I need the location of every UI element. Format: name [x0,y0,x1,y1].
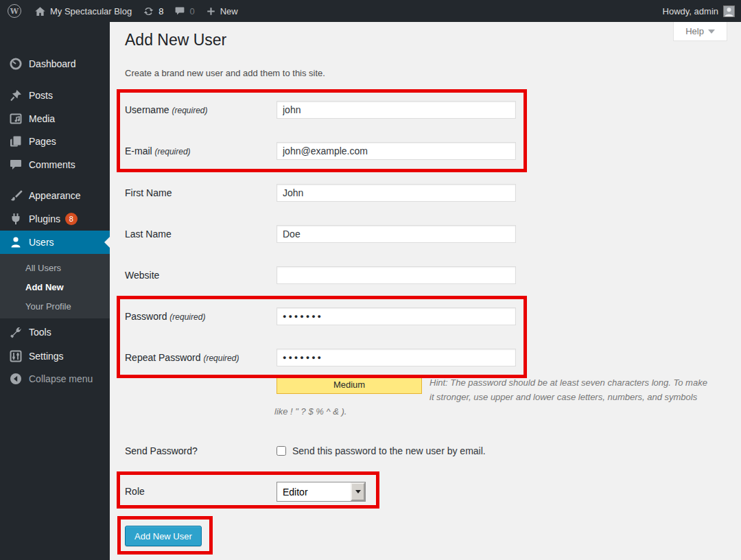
sidebar-item-comments[interactable]: Comments [0,153,110,176]
send-password-row: Send Password? Send this password to the… [125,445,486,457]
new-content-button[interactable]: New [200,0,244,22]
username-label: Username (required) [125,101,277,119]
chevron-down-icon [708,30,715,34]
page-title: Add New User [125,31,226,49]
admin-bar: W My Spectacular Blog 8 0 New [0,0,741,22]
avatar[interactable] [723,5,735,17]
send-password-checkbox[interactable] [277,446,286,456]
site-name-label: My Spectacular Blog [50,6,132,16]
sidebar-item-tools[interactable]: Tools [0,320,110,344]
pushpin-icon [9,89,23,102]
password-strength-meter: Medium [277,376,422,394]
plugin-icon [9,212,23,226]
required-marker: (required) [169,312,205,322]
site-name-link[interactable]: My Spectacular Blog [29,0,137,22]
sidebar-item-users[interactable]: Users [0,231,110,254]
sidebar-item-pages[interactable]: Pages [0,130,110,153]
home-icon [34,5,46,17]
sidebar-item-label: Dashboard [29,58,76,69]
howdy-account-link[interactable]: Howdy, admin [663,6,718,16]
comments-link[interactable]: 0 [169,0,200,22]
password-label: Password (required) [125,307,277,326]
sidebar-item-label: Appearance [29,190,81,201]
sidebar-item-label: Plugins [29,213,60,224]
last-name-input[interactable] [277,225,516,243]
wrench-icon [9,325,23,339]
sidebar-item-dashboard[interactable]: Dashboard [0,52,110,75]
comment-count: 0 [189,6,194,16]
send-password-checkbox-label: Send this password to the new user by em… [292,445,486,457]
admin-sidebar: Dashboard Posts Media Pages Comments [0,22,110,560]
help-label: Help [685,26,704,36]
sidebar-item-settings[interactable]: Settings [0,345,110,368]
update-count: 8 [158,6,163,16]
password-row: Password (required) [125,307,516,326]
email-input[interactable] [277,142,516,160]
sidebar-item-label: Posts [29,90,53,101]
sidebar-item-label: Tools [29,327,51,338]
email-row: E-mail (required) [125,142,516,161]
media-icon [9,112,23,126]
sidebar-item-posts[interactable]: Posts [0,84,110,107]
last-name-row: Last Name [125,225,516,243]
pages-icon [9,135,23,148]
website-label: Website [125,266,277,284]
submenu-item-your-profile[interactable]: Your Profile [0,297,110,316]
website-row: Website [125,266,516,284]
last-name-label: Last Name [125,225,277,243]
select-dropdown-button[interactable] [351,482,365,501]
settings-sliders-icon [9,349,23,363]
page-subtitle: Create a brand new user and add them to … [125,68,325,78]
chevron-down-icon [355,490,361,493]
required-marker: (required) [172,106,207,115]
comment-bubble-icon [174,5,185,16]
users-submenu: All Users Add New Your Profile [0,254,110,318]
repeat-password-row: Repeat Password (required) [125,349,516,367]
send-password-label: Send Password? [125,445,277,457]
username-row: Username (required) [125,101,516,119]
submenu-item-add-new[interactable]: Add New [0,278,110,297]
comments-icon [9,158,23,172]
sidebar-item-label: Settings [29,351,64,362]
role-row: Role Editor [125,482,366,502]
sidebar-item-label: Pages [29,136,56,147]
sidebar-item-label: Media [29,113,55,124]
new-label: New [220,6,238,16]
paintbrush-icon [9,189,23,202]
role-selected-value: Editor [277,487,351,498]
add-new-user-button[interactable]: Add New User [125,526,202,546]
sidebar-item-label: Users [29,237,54,248]
sidebar-item-appearance[interactable]: Appearance [0,184,110,207]
role-label: Role [125,482,277,502]
collapse-menu-button[interactable]: Collapse menu [0,367,110,390]
sidebar-item-plugins[interactable]: Plugins 8 [0,207,110,231]
dashboard-icon [9,57,23,71]
repeat-password-input[interactable] [277,349,516,366]
first-name-label: First Name [125,184,277,202]
updates-link[interactable]: 8 [137,0,169,22]
first-name-row: First Name [125,184,516,202]
role-select[interactable]: Editor [277,482,366,502]
plus-icon [206,6,216,16]
password-input[interactable] [277,307,516,325]
username-input[interactable] [277,101,516,119]
plugins-update-badge: 8 [65,213,78,225]
updates-icon [143,5,154,17]
repeat-password-label: Repeat Password (required) [125,349,277,367]
help-tab-button[interactable]: Help [673,22,727,41]
required-marker: (required) [155,147,191,156]
sidebar-item-media[interactable]: Media [0,107,110,130]
sidebar-item-label: Comments [29,159,75,170]
first-name-input[interactable] [277,184,516,202]
wordpress-admin-screen: W My Spectacular Blog 8 0 New [0,0,741,560]
website-input[interactable] [277,266,516,284]
users-icon [9,235,23,249]
wordpress-logo-icon: W [8,4,21,18]
wordpress-menu-button[interactable]: W [0,0,29,22]
sidebar-item-label: Collapse menu [29,373,93,384]
submenu-item-all-users[interactable]: All Users [0,259,110,278]
collapse-arrow-icon [9,372,23,386]
required-marker: (required) [203,353,239,363]
email-label: E-mail (required) [125,142,277,161]
